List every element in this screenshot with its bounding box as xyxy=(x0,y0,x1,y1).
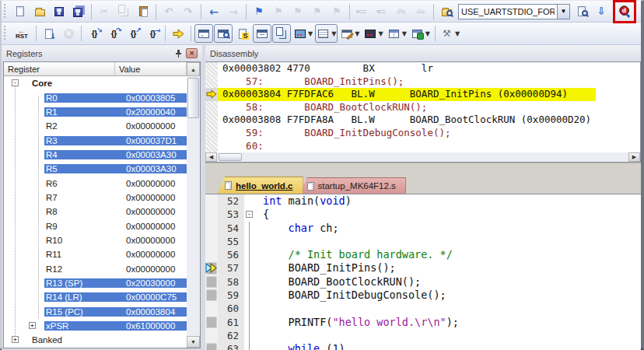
pin-icon[interactable] xyxy=(173,49,183,58)
register-row[interactable]: R70x00000000 xyxy=(4,191,200,205)
step-out-button[interactable]: {}↗ xyxy=(124,24,142,43)
new-file-button[interactable] xyxy=(11,2,30,21)
chevron-down-icon[interactable]: ▼ xyxy=(558,4,570,19)
fold-margin[interactable] xyxy=(244,342,255,350)
marker-margin[interactable] xyxy=(205,248,218,261)
register-row[interactable]: R90x00000000 xyxy=(4,219,200,233)
marker-margin[interactable] xyxy=(205,275,218,289)
breakpoint-margin[interactable] xyxy=(205,75,218,89)
expand-icon[interactable]: + xyxy=(12,336,19,343)
tab-hello-world-c[interactable]: hello_world.c xyxy=(218,177,303,194)
register-row[interactable]: R20x00000000 xyxy=(4,119,200,133)
chevron-down-icon[interactable]: ▼ xyxy=(308,30,313,37)
save-all-button[interactable] xyxy=(69,2,88,21)
save-button[interactable] xyxy=(50,2,68,21)
step-over-button[interactable]: {}↷ xyxy=(104,24,123,43)
step-into-button[interactable]: {}↘ xyxy=(85,24,103,43)
register-row[interactable]: R10x20000040 xyxy=(4,105,200,119)
register-row[interactable]: +Banked xyxy=(4,333,200,347)
register-row[interactable]: +xPSR0x61000000 xyxy=(4,319,200,333)
marker-margin[interactable] xyxy=(205,302,218,315)
console-view-button[interactable]: >_ xyxy=(194,24,213,43)
collapse-icon[interactable]: - xyxy=(12,79,19,86)
register-row[interactable]: R80x00000000 xyxy=(4,205,200,219)
breakpoint-margin[interactable] xyxy=(205,140,218,153)
breakpoint-margin[interactable] xyxy=(205,88,218,101)
scroll-down-icon[interactable]: ▼ xyxy=(187,336,200,348)
search-input[interactable] xyxy=(458,4,558,19)
column-header-value[interactable]: Value xyxy=(115,62,187,76)
marker-margin[interactable] xyxy=(205,289,218,302)
fold-margin[interactable] xyxy=(244,248,255,261)
chevron-down-icon[interactable]: ▼ xyxy=(355,30,359,37)
find-options-button[interactable] xyxy=(572,2,591,21)
register-row[interactable]: R120x00000000 xyxy=(4,261,200,275)
script-view-button[interactable]: S xyxy=(233,24,252,43)
marker-margin[interactable] xyxy=(205,194,218,208)
chevron-down-icon[interactable]: ▼ xyxy=(425,30,430,37)
toolbar-grip[interactable] xyxy=(4,26,8,41)
scrollbar-thumb[interactable] xyxy=(219,153,242,161)
register-row[interactable]: R100x00000000 xyxy=(4,233,200,247)
marker-margin[interactable] xyxy=(205,222,218,235)
marker-margin[interactable] xyxy=(205,235,218,248)
register-row[interactable]: R00x00003805 xyxy=(4,90,200,104)
breakpoint-margin[interactable] xyxy=(205,127,218,140)
fold-margin[interactable] xyxy=(244,275,255,289)
watch-view-button[interactable]: ▼ xyxy=(292,24,314,43)
fold-margin[interactable] xyxy=(244,261,255,275)
fold-margin[interactable] xyxy=(244,302,255,315)
register-row[interactable]: R110x00000000 xyxy=(4,247,200,261)
register-row[interactable]: R40x00003A30 xyxy=(4,148,200,162)
disassembly-horizontal-scrollbar[interactable]: ◀ ▶ xyxy=(205,152,640,162)
register-row[interactable]: -Core xyxy=(4,76,200,90)
fold-margin[interactable] xyxy=(244,235,255,248)
marker-margin[interactable] xyxy=(205,261,218,275)
navigate-back-button[interactable]: ← xyxy=(205,2,223,21)
marker-margin[interactable] xyxy=(205,208,218,221)
chevron-down-icon[interactable]: ▼ xyxy=(402,30,407,37)
register-row[interactable]: R60x00000000 xyxy=(4,176,200,190)
find-in-files-button[interactable] xyxy=(437,2,456,21)
chevron-down-icon[interactable]: ▼ xyxy=(378,30,383,37)
fold-margin[interactable] xyxy=(244,316,255,329)
memory-view-button[interactable] xyxy=(253,24,271,43)
breakpoint-margin[interactable] xyxy=(205,114,218,127)
step-return-button[interactable]: {}→ xyxy=(143,24,162,43)
column-header-register[interactable]: Register xyxy=(4,62,115,76)
scroll-up-icon[interactable]: ▲ xyxy=(187,62,200,76)
fold-margin[interactable]: - xyxy=(244,208,255,221)
marker-margin[interactable] xyxy=(205,329,218,342)
expand-icon[interactable]: + xyxy=(29,322,36,329)
chevron-down-icon[interactable]: ▼ xyxy=(331,30,336,37)
register-row[interactable]: R15 (PC)0x00003804 xyxy=(4,305,200,319)
run-to-line-button[interactable]: ↓ xyxy=(40,24,58,43)
notes-view-button[interactable]: ▼ xyxy=(338,24,361,43)
register-row[interactable]: R13 (SP)0x20030000 xyxy=(4,276,200,290)
fold-margin[interactable] xyxy=(244,222,255,235)
register-row[interactable]: R50x00003A30 xyxy=(4,162,200,176)
incremental-search-button[interactable]: d xyxy=(615,2,634,21)
grid-view-button[interactable]: ▼ xyxy=(315,24,338,43)
search-view-button[interactable] xyxy=(214,24,233,43)
trace-view-button[interactable]: ▼ xyxy=(362,24,384,43)
fold-margin[interactable] xyxy=(244,329,255,342)
fold-margin[interactable] xyxy=(244,289,255,302)
open-file-button[interactable] xyxy=(30,2,49,21)
toolbar-grip[interactable] xyxy=(4,4,8,19)
toggle-breakpoint-button[interactable]: ⚑ xyxy=(250,2,268,21)
breakpoint-margin[interactable] xyxy=(205,101,218,114)
tools-button[interactable]: ⚒▼ xyxy=(439,24,461,43)
chevron-down-icon[interactable]: ▼ xyxy=(455,30,460,37)
tab-startup-mk64f12-s[interactable]: startup_MK64F12.s xyxy=(300,177,406,194)
find-next-button[interactable]: ⇩ xyxy=(592,2,611,21)
breakpoint-margin[interactable] xyxy=(205,62,218,75)
fold-margin[interactable] xyxy=(244,194,255,208)
show-next-statement-button[interactable] xyxy=(169,24,187,43)
scroll-left-icon[interactable]: ◀ xyxy=(205,152,217,162)
marker-margin[interactable] xyxy=(205,316,218,329)
copy-view-button[interactable] xyxy=(272,24,291,43)
fold-collapse-icon[interactable]: - xyxy=(246,211,253,218)
code-editor[interactable]: 52int main(void)53-{54 char ch;5556 /* I… xyxy=(205,194,641,350)
register-row[interactable]: R30x000037D1 xyxy=(4,133,200,147)
